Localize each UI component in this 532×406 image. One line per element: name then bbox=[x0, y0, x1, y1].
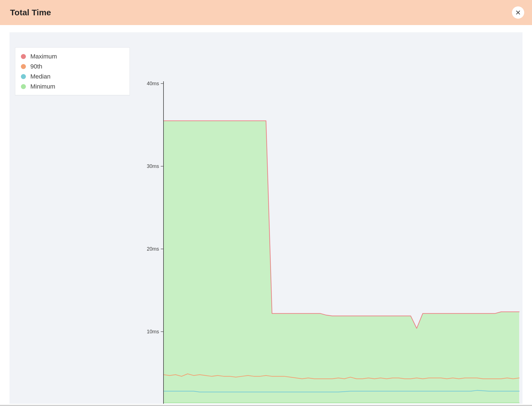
close-icon bbox=[515, 10, 521, 15]
chart-plot: 0ms10ms20ms30ms40ms02:2602:2702:2802:290… bbox=[9, 32, 523, 404]
svg-text:40ms: 40ms bbox=[147, 81, 159, 86]
close-button[interactable] bbox=[512, 6, 524, 19]
footer-divider bbox=[0, 405, 532, 406]
body: Maximum 90th Median Minimum 0ms10ms20ms3… bbox=[0, 25, 532, 404]
svg-text:30ms: 30ms bbox=[147, 163, 159, 169]
chart-panel: Maximum 90th Median Minimum 0ms10ms20ms3… bbox=[9, 32, 523, 404]
modal-title: Total Time bbox=[10, 8, 51, 17]
modal-header: Total Time bbox=[0, 0, 532, 25]
svg-text:20ms: 20ms bbox=[147, 246, 159, 252]
svg-text:10ms: 10ms bbox=[147, 329, 159, 334]
